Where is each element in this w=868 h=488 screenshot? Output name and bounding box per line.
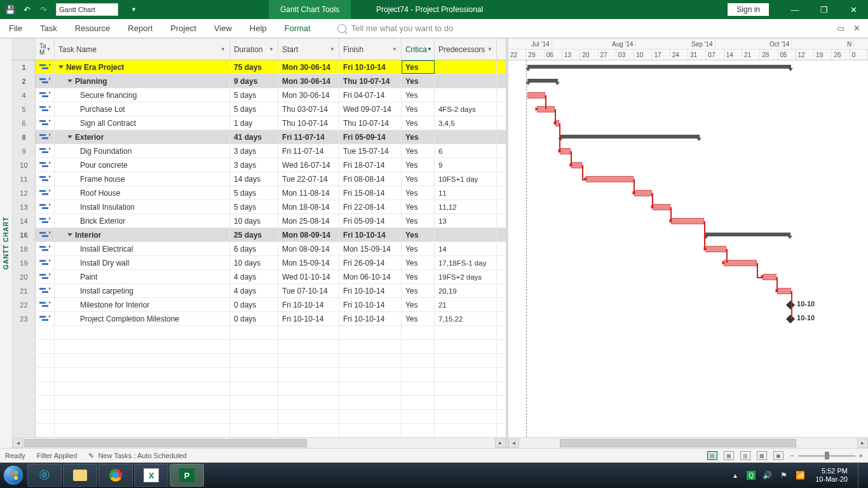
- task-mode-cell[interactable]: [36, 298, 55, 311]
- tab-task[interactable]: Task: [31, 19, 66, 38]
- finish-cell[interactable]: Fri 22-08-14: [339, 200, 402, 214]
- gantt-row[interactable]: [508, 186, 868, 200]
- gantt-row[interactable]: [508, 130, 868, 144]
- start-cell[interactable]: Fri 10-10-14: [278, 298, 339, 311]
- task-mode-cell[interactable]: [36, 130, 55, 144]
- start-cell[interactable]: Fri 10-10-14: [278, 312, 339, 325]
- predecessors-cell[interactable]: 3,4,5: [435, 116, 497, 130]
- task-name-cell[interactable]: Project Completion Milestone: [55, 312, 230, 325]
- tab-view[interactable]: View: [205, 19, 241, 38]
- finish-cell[interactable]: Fri 05-09-14: [339, 214, 402, 227]
- critical-cell[interactable]: Yes: [402, 312, 435, 325]
- task-name-cell[interactable]: Install carpeting: [55, 284, 230, 297]
- critical-cell[interactable]: Yes: [402, 214, 435, 227]
- row-id[interactable]: 9: [13, 144, 36, 158]
- duration-cell[interactable]: 75 days: [230, 60, 278, 74]
- task-row[interactable]: 18Install Electrical6 daysMon 08-09-14Mo…: [13, 242, 506, 256]
- gantt-hscroll[interactable]: ◄ ►: [508, 437, 868, 448]
- critical-cell[interactable]: Yes: [402, 298, 435, 311]
- scroll-left-button[interactable]: ◄: [508, 438, 519, 448]
- task-mode-cell[interactable]: [36, 284, 55, 297]
- finish-cell[interactable]: Fri 18-07-14: [339, 158, 402, 172]
- col-critical[interactable]: Critica▼: [402, 39, 435, 60]
- task-mode-cell[interactable]: [36, 172, 55, 186]
- predecessors-cell[interactable]: [435, 60, 497, 74]
- summary-bar[interactable]: [527, 79, 558, 83]
- predecessors-cell[interactable]: 11: [435, 186, 497, 200]
- duration-cell[interactable]: 3 days: [230, 144, 278, 158]
- status-filter[interactable]: Filter Applied: [37, 452, 78, 459]
- col-rownum[interactable]: [13, 39, 36, 60]
- row-id[interactable]: 16: [13, 228, 36, 241]
- taskbar-project[interactable]: P: [170, 464, 204, 487]
- start-cell[interactable]: Fri 11-07-14: [278, 144, 339, 158]
- task-mode-cell[interactable]: [36, 214, 55, 227]
- critical-cell[interactable]: Yes: [402, 228, 435, 241]
- start-cell[interactable]: Wed 01-10-14: [278, 270, 339, 283]
- task-row[interactable]: 11Frame house14 daysTue 22-07-14Fri 08-0…: [13, 172, 506, 186]
- finish-cell[interactable]: Fri 10-10-14: [339, 284, 402, 297]
- empty-row[interactable]: [13, 326, 506, 340]
- duration-cell[interactable]: 41 days: [230, 130, 278, 144]
- gantt-row[interactable]: [508, 256, 868, 270]
- task-name-cell[interactable]: Frame house: [55, 172, 230, 186]
- predecessors-cell[interactable]: [435, 88, 497, 102]
- task-name-cell[interactable]: Brick Exterior: [55, 214, 230, 227]
- qat-dropdown-icon[interactable]: ▼: [131, 6, 137, 13]
- task-row[interactable]: 14Brick Exterior10 daysMon 25-08-14Fri 0…: [13, 214, 506, 228]
- critical-cell[interactable]: Yes: [402, 102, 435, 116]
- gantt-row[interactable]: [508, 214, 868, 228]
- scroll-right-button[interactable]: ►: [857, 438, 868, 448]
- duration-cell[interactable]: 0 days: [230, 312, 278, 325]
- start-cell[interactable]: Mon 30-06-14: [278, 60, 339, 74]
- task-row[interactable]: 9Dig Foundation3 daysFri 11-07-14Tue 15-…: [13, 144, 506, 158]
- start-cell[interactable]: Mon 15-09-14: [278, 256, 339, 269]
- tab-report[interactable]: Report: [119, 19, 161, 38]
- tray-flag-icon[interactable]: ⚑: [778, 470, 789, 480]
- finish-cell[interactable]: Fri 15-08-14: [339, 186, 402, 200]
- gantt-row[interactable]: [508, 102, 868, 116]
- tray-hidden-icon[interactable]: ▴: [730, 470, 740, 480]
- task-row[interactable]: 20Paint4 daysWed 01-10-14Mon 06-10-14Yes…: [13, 270, 506, 284]
- predecessors-cell[interactable]: 14: [435, 242, 497, 255]
- save-icon[interactable]: 💾: [5, 4, 15, 15]
- row-id[interactable]: 21: [13, 284, 36, 297]
- finish-cell[interactable]: Fri 26-09-14: [339, 256, 402, 269]
- task-bar[interactable]: [705, 246, 726, 252]
- task-mode-cell[interactable]: [36, 74, 55, 88]
- table-hscroll[interactable]: ◄ ►: [13, 437, 506, 448]
- gantt-row[interactable]: [508, 242, 868, 256]
- view-resource-icon[interactable]: ▩: [757, 451, 767, 460]
- task-mode-cell[interactable]: [36, 270, 55, 283]
- predecessors-cell[interactable]: 13: [435, 214, 497, 227]
- predecessors-cell[interactable]: 21: [435, 298, 497, 311]
- task-mode-cell[interactable]: [36, 158, 55, 172]
- start-button[interactable]: [0, 463, 27, 488]
- row-id[interactable]: 18: [13, 242, 36, 255]
- row-id[interactable]: 13: [13, 200, 36, 214]
- restore-button[interactable]: ❐: [810, 0, 839, 19]
- predecessors-cell[interactable]: 9: [435, 158, 497, 172]
- task-mode-cell[interactable]: [36, 242, 55, 255]
- task-bar[interactable]: [671, 218, 704, 224]
- summary-bar[interactable]: [527, 65, 791, 69]
- finish-cell[interactable]: Fri 10-10-14: [339, 298, 402, 311]
- close-button[interactable]: ✕: [839, 0, 868, 19]
- minimize-button[interactable]: ―: [780, 0, 810, 19]
- table-body[interactable]: 1New Era Project75 daysMon 30-06-14Fri 1…: [13, 60, 506, 437]
- finish-cell[interactable]: Mon 06-10-14: [339, 270, 402, 283]
- start-cell[interactable]: Mon 25-08-14: [278, 214, 339, 227]
- start-cell[interactable]: Wed 16-07-14: [278, 158, 339, 172]
- empty-row[interactable]: [13, 340, 506, 354]
- gantt-row[interactable]: [508, 200, 868, 214]
- taskbar-explorer[interactable]: [63, 464, 97, 487]
- task-row[interactable]: 8Exterior41 daysFri 11-07-14Fri 05-09-14…: [13, 130, 506, 144]
- task-name-cell[interactable]: Exterior: [55, 130, 230, 144]
- finish-cell[interactable]: Thu 10-07-14: [339, 116, 402, 130]
- task-name-cell[interactable]: Paint: [55, 270, 230, 283]
- col-duration[interactable]: Duration▼: [230, 39, 278, 60]
- tab-help[interactable]: Help: [241, 19, 276, 38]
- duration-cell[interactable]: 4 days: [230, 284, 278, 297]
- predecessors-cell[interactable]: 20,19: [435, 284, 497, 297]
- finish-cell[interactable]: Mon 15-09-14: [339, 242, 402, 255]
